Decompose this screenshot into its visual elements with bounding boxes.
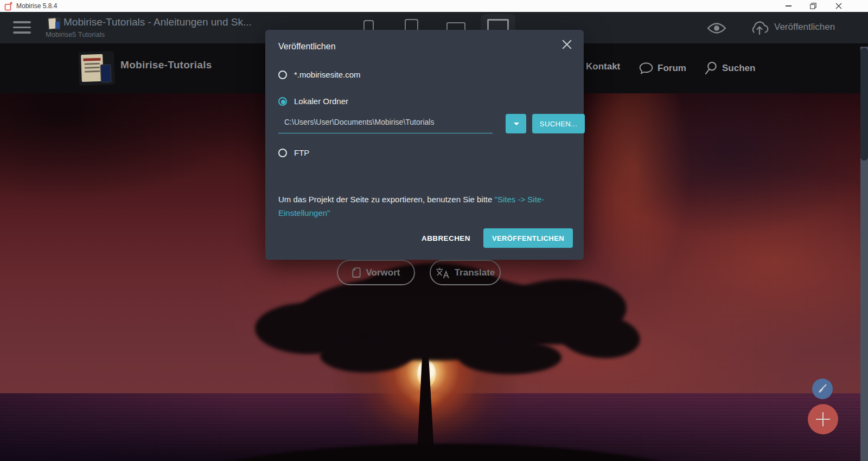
nav-item-forum[interactable]: Forum [639, 61, 686, 75]
radio-ftp[interactable] [278, 149, 287, 157]
option-mobirisesite[interactable]: *.mobirisesite.com [278, 70, 361, 79]
vorwort-button[interactable]: Vorwort [337, 260, 415, 285]
maximize-button[interactable] [804, 0, 822, 12]
dialog-footer: ABBRECHEN VERÖFFENTLICHEN [265, 228, 584, 248]
dialog-title: Veröffentlichen [278, 42, 336, 52]
translate-button[interactable]: Translate [430, 260, 501, 285]
browse-button[interactable]: SUCHEN... [532, 114, 585, 133]
radio-local-folder[interactable] [278, 97, 287, 106]
export-note-text: Um das Projekt der Seite zu exportieren,… [278, 195, 495, 204]
nav-kontakt-label: Kontakt [586, 61, 620, 72]
translate-label: Translate [455, 267, 495, 278]
cloud-upload-icon [749, 19, 770, 35]
export-note: Um das Projekt der Seite zu exportieren,… [278, 193, 551, 220]
publish-toolbar-button[interactable]: Veröffentlichen [749, 19, 835, 35]
nav-forum-label: Forum [658, 63, 686, 74]
os-titlebar: Mobirise 5.8.4 [0, 0, 868, 12]
scrollbar-thumb[interactable] [860, 48, 868, 161]
add-block-button[interactable] [808, 404, 838, 434]
project-thumbnail[interactable] [48, 17, 61, 30]
tree-canopy [458, 341, 561, 374]
chevron-down-icon [514, 123, 519, 125]
search-icon [704, 61, 718, 75]
app-window: Mobirise 5.8.4 Mobirise-Tutorials - Anle… [0, 0, 868, 461]
dialog-close-button[interactable] [559, 36, 575, 53]
window-title: Mobirise 5.8.4 [16, 2, 57, 10]
translate-icon [436, 267, 449, 279]
project-subtitle: Mobirise5 Tutorials [46, 30, 105, 39]
preview-button[interactable] [707, 21, 726, 35]
site-logo-image[interactable] [78, 51, 115, 86]
project-title[interactable]: Mobirise-Tutorials - Anleitungen und Sk.… [63, 16, 252, 28]
site-brand[interactable]: Mobirise-Tutorials [120, 59, 212, 71]
eye-icon [707, 21, 726, 35]
option-mobirisesite-label: *.mobirisesite.com [294, 70, 361, 79]
publish-dialog: Veröffentlichen *.mobirisesite.com Lokal… [265, 30, 584, 260]
folder-path-input[interactable] [278, 114, 493, 133]
option-local-folder-label: Lokaler Ordner [294, 97, 348, 106]
mobirise-logo-icon [4, 2, 13, 13]
nav-item-kontakt[interactable]: Kontakt [586, 61, 620, 72]
nav-item-suchen[interactable]: Suchen [704, 61, 755, 75]
recent-folders-dropdown[interactable] [506, 114, 526, 133]
cancel-button[interactable]: ABBRECHEN [422, 234, 470, 242]
radio-mobirisesite[interactable] [278, 71, 287, 79]
tree-canopy [320, 339, 412, 373]
publish-toolbar-label: Veröffentlichen [774, 22, 835, 33]
minimize-button[interactable] [779, 0, 797, 12]
option-local-folder[interactable]: Lokaler Ordner [278, 97, 348, 106]
local-folder-row: SUCHEN... [278, 114, 571, 133]
site-style-button[interactable] [812, 379, 833, 399]
vorwort-label: Vorwort [366, 267, 400, 278]
scrollbar-track[interactable] [860, 47, 868, 461]
close-icon [835, 3, 842, 9]
chat-bubble-icon [639, 61, 653, 75]
close-window-button[interactable] [829, 0, 848, 12]
document-icon [352, 267, 361, 278]
restore-icon [810, 3, 816, 9]
nav-suchen-label: Suchen [722, 63, 755, 74]
publish-confirm-button[interactable]: VERÖFFENTLICHEN [483, 228, 573, 248]
option-ftp-label: FTP [294, 148, 309, 157]
option-ftp[interactable]: FTP [278, 148, 309, 157]
paintbrush-icon [817, 383, 828, 394]
menu-button[interactable] [13, 21, 31, 34]
